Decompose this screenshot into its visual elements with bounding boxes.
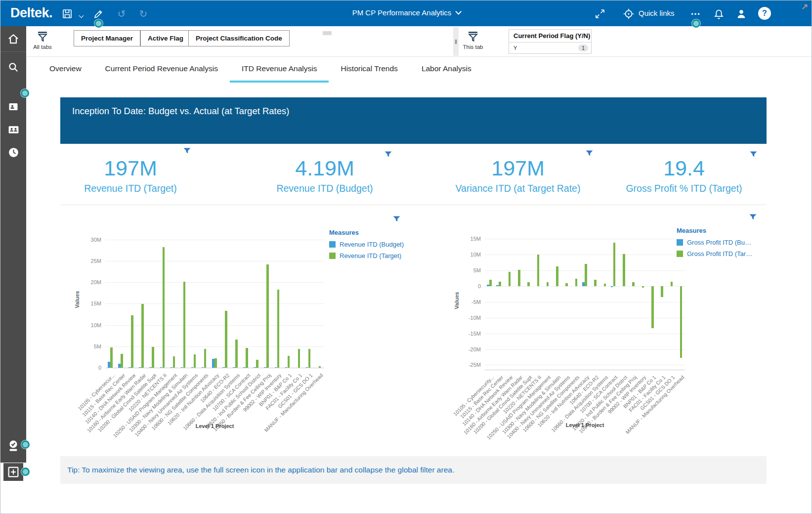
budget-bar[interactable]: [582, 282, 585, 286]
target-bar[interactable]: [163, 247, 165, 368]
fullscreen-icon[interactable]: [594, 7, 606, 20]
target-bar[interactable]: [183, 282, 186, 368]
target-bar[interactable]: [623, 254, 625, 286]
project-folder-icon[interactable]: [0, 95, 26, 118]
budget-bar[interactable]: [233, 367, 235, 368]
save-icon[interactable]: [61, 7, 74, 20]
budget-bar[interactable]: [222, 367, 225, 368]
budget-bar[interactable]: [160, 367, 163, 368]
user-profile-icon[interactable]: [735, 7, 748, 20]
budget-bar[interactable]: [202, 367, 204, 368]
add-widget-icon[interactable]: [3, 463, 23, 481]
budget-bar[interactable]: [285, 367, 288, 368]
budget-bar[interactable]: [264, 367, 266, 368]
target-bar[interactable]: [288, 356, 290, 368]
target-bar[interactable]: [194, 354, 196, 368]
target-bar[interactable]: [319, 366, 321, 368]
tab-itd-revenue-analysis[interactable]: ITD Revenue Analysis: [230, 57, 329, 83]
filter-chip-active-flag[interactable]: Active Flag: [140, 30, 191, 46]
redo-icon[interactable]: ↻: [137, 7, 150, 20]
home-icon[interactable]: [0, 26, 26, 52]
target-bar[interactable]: [298, 349, 300, 368]
this-tab-filter[interactable]: This tab: [462, 31, 484, 50]
legend-item[interactable]: Revenue ITD (Target): [329, 252, 404, 259]
budget-bar[interactable]: [171, 367, 173, 368]
budget-bar[interactable]: [128, 367, 131, 368]
coach-mark-dot[interactable]: [692, 19, 700, 28]
target-bar[interactable]: [680, 286, 683, 358]
history-clock-icon[interactable]: [0, 141, 26, 164]
filter-splitter-handle[interactable]: ‖: [453, 27, 459, 56]
tab-current-period-revenue-analysis[interactable]: Current Period Revenue Analysis: [93, 57, 230, 83]
notifications-bell-icon[interactable]: [712, 7, 725, 20]
budget-bar[interactable]: [212, 359, 214, 368]
budget-bar[interactable]: [254, 367, 256, 368]
target-bar[interactable]: [235, 340, 238, 368]
target-bar[interactable]: [141, 304, 144, 368]
target-bar[interactable]: [556, 266, 558, 286]
target-bar[interactable]: [671, 282, 673, 287]
target-bar[interactable]: [604, 284, 606, 286]
budget-bar[interactable]: [275, 367, 277, 368]
contacts-icon[interactable]: [0, 118, 26, 141]
budget-bar[interactable]: [181, 367, 183, 368]
filter-scrollbar-thumb[interactable]: [323, 31, 332, 35]
chart-filter-funnel-icon[interactable]: [393, 215, 400, 224]
target-bar[interactable]: [594, 280, 597, 286]
target-bar[interactable]: [225, 311, 227, 368]
edit-pencil-icon[interactable]: [92, 7, 105, 20]
budget-bar[interactable]: [487, 285, 489, 286]
target-bar[interactable]: [537, 255, 540, 286]
target-bar[interactable]: [651, 286, 654, 328]
target-bar[interactable]: [204, 349, 207, 368]
tab-overview[interactable]: Overview: [38, 57, 93, 83]
target-bar[interactable]: [613, 243, 616, 286]
budget-bar[interactable]: [306, 367, 308, 368]
target-bar[interactable]: [277, 290, 280, 368]
undo-icon[interactable]: ↺: [115, 7, 128, 20]
filter-value[interactable]: Y: [513, 45, 517, 51]
all-tabs-filter[interactable]: All tabs: [32, 31, 53, 50]
target-bar[interactable]: [308, 349, 311, 368]
legend-item[interactable]: Gross Profit ITD (Bu…: [677, 239, 752, 246]
save-dropdown-chevron-icon[interactable]: [75, 10, 87, 23]
budget-bar[interactable]: [243, 367, 246, 368]
target-bar[interactable]: [110, 347, 113, 368]
target-bar[interactable]: [173, 356, 175, 368]
help-icon[interactable]: ?: [758, 7, 771, 20]
legend-item[interactable]: Revenue ITD (Budget): [329, 241, 404, 248]
quick-links-label[interactable]: Quick links: [639, 9, 675, 17]
budget-bar[interactable]: [108, 362, 110, 368]
tab-labor-analysis[interactable]: Labor Analysis: [410, 57, 483, 83]
coach-mark-dot[interactable]: [94, 19, 103, 28]
tab-historical-trends[interactable]: Historical Trends: [329, 57, 409, 83]
current-period-flag-filter[interactable]: Current Period Flag (Y/N) Y 1: [509, 29, 592, 54]
target-bar[interactable]: [661, 286, 663, 297]
budget-bar[interactable]: [496, 285, 499, 287]
target-bar[interactable]: [499, 282, 501, 286]
chart-filter-funnel-icon[interactable]: [749, 213, 757, 222]
budget-bar[interactable]: [149, 367, 152, 368]
search-icon[interactable]: [0, 56, 26, 79]
budget-bar[interactable]: [191, 367, 194, 368]
budget-bar[interactable]: [139, 367, 141, 368]
target-bar[interactable]: [632, 282, 635, 286]
target-bar[interactable]: [527, 282, 530, 286]
target-bar[interactable]: [152, 347, 154, 368]
filter-chip-project-manager[interactable]: Project Manager: [74, 30, 140, 46]
target-bar[interactable]: [256, 360, 258, 368]
target-bar[interactable]: [246, 348, 248, 368]
dashboard-title-dropdown[interactable]: PM CP Performance Analytics: [352, 8, 461, 17]
target-bar[interactable]: [266, 264, 269, 368]
kpi-filter-funnel-icon[interactable]: [183, 147, 191, 156]
gross-profit-itd-bar-chart[interactable]: 15M10M5M0-5M-10M-15M-20M-25MValues10105 …: [430, 212, 767, 449]
target-bar[interactable]: [642, 286, 644, 288]
more-options-icon[interactable]: •••: [689, 7, 702, 20]
kpi-filter-funnel-icon[interactable]: [750, 150, 757, 159]
target-bar[interactable]: [585, 264, 587, 286]
target-bar[interactable]: [214, 358, 217, 368]
target-bar[interactable]: [575, 279, 578, 286]
target-bar[interactable]: [518, 270, 520, 286]
coach-mark-dot[interactable]: [21, 468, 30, 476]
target-bar[interactable]: [547, 282, 549, 286]
